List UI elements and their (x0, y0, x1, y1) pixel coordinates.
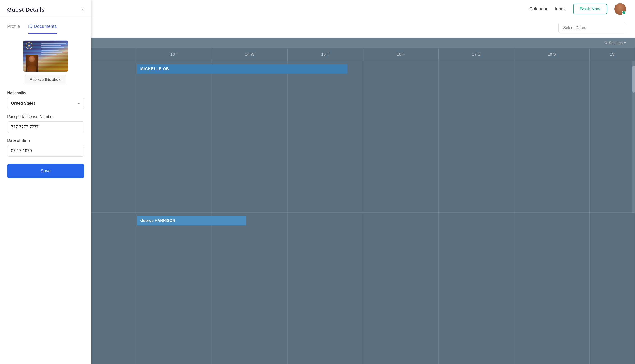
panel-title: Guest Details (7, 6, 45, 13)
save-button[interactable]: Save (7, 164, 84, 178)
booking-george[interactable]: George HARRISON (137, 216, 246, 225)
booking-name-george: George HARRISON (140, 218, 175, 223)
cal-cell-row2-col5 (439, 213, 514, 364)
day-num-19: 19 (610, 52, 614, 56)
topbar: Calendar Inbox Book Now (91, 0, 635, 18)
cal-cell-row1-col1: MICHELLE OB (137, 61, 212, 212)
cal-cell-row2-col3 (288, 213, 363, 364)
day-num-18: 18 S (548, 52, 556, 56)
cal-cell-row1-col0 (91, 61, 137, 212)
id-line-2 (42, 45, 61, 46)
cal-cell-row2-col1: George HARRISON (137, 213, 212, 364)
book-now-button[interactable]: Book Now (573, 4, 607, 14)
dob-input[interactable] (7, 145, 84, 157)
calendar-grid: 13 T 14 W 15 T 16 F 17 S 18 S 19 (91, 48, 635, 364)
chevron-down-icon: ▾ (624, 40, 626, 45)
day-col-13: 13 T (137, 48, 212, 61)
user-avatar[interactable] (614, 3, 626, 15)
id-line-1 (42, 43, 66, 44)
scrollbar-thumb[interactable] (632, 66, 635, 92)
close-button[interactable]: × (81, 7, 84, 12)
tab-id-documents[interactable]: ID Documents (28, 20, 57, 34)
tabs-container: Profile ID Documents (0, 20, 91, 34)
passport-input[interactable] (7, 121, 84, 133)
cal-cell-row1-col2 (212, 61, 288, 212)
select-dates-input[interactable] (558, 22, 626, 33)
photo-section: ★ Replace this photo (7, 40, 84, 84)
dob-field-group: Date of Birth (7, 138, 84, 157)
day-num-13: 13 T (170, 52, 178, 56)
passport-label: Passport/License Number (7, 114, 84, 119)
panel-header: Guest Details × (0, 0, 91, 18)
settings-label: Settings (609, 41, 622, 45)
gear-icon: ⚙ (604, 40, 607, 45)
day-num-14: 14 W (245, 52, 255, 56)
cal-cell-row1-col3 (288, 61, 363, 212)
main-content: Calendar Inbox Book Now ⚙ Settings ▾ 13 … (91, 0, 635, 364)
day-col-15: 15 T (288, 48, 363, 61)
id-line-3 (42, 47, 64, 48)
scrollbar-track[interactable] (632, 61, 635, 212)
booking-name-michelle: MICHELLE OB (140, 67, 169, 71)
day-col-16: 16 F (363, 48, 439, 61)
panel-body: ★ Replace this photo Nationality United … (0, 34, 91, 364)
replace-photo-button[interactable]: Replace this photo (25, 75, 66, 84)
guest-details-panel: Guest Details × Profile ID Documents ★ (0, 0, 91, 364)
nationality-label: Nationality (7, 91, 84, 96)
booking-michelle[interactable]: MICHELLE OB (137, 64, 348, 74)
id-photo-display: ★ (23, 40, 68, 72)
cal-cell-row1-col7 (590, 61, 635, 212)
calendar-link[interactable]: Calendar (529, 6, 548, 12)
day-col-14: 14 W (212, 48, 288, 61)
day-col-19: 19 (590, 48, 635, 61)
dob-label: Date of Birth (7, 138, 84, 143)
cal-cell-row2-col2 (212, 213, 288, 364)
nationality-field-group: Nationality United States Canada United … (7, 91, 84, 109)
calendar-days-header: 13 T 14 W 15 T 16 F 17 S 18 S 19 (91, 48, 635, 61)
cal-cell-row1-col5 (439, 61, 514, 212)
day-num-15: 15 T (321, 52, 329, 56)
cal-cell-row2-col6 (514, 213, 589, 364)
day-col-12 (91, 48, 137, 61)
cal-cell-row1-col4 (363, 61, 439, 212)
nationality-select[interactable]: United States Canada United Kingdom (7, 98, 84, 109)
cal-cell-row2-col4 (363, 213, 439, 364)
day-num-17: 17 S (472, 52, 480, 56)
settings-link[interactable]: ⚙ Settings ▾ (604, 40, 626, 45)
calendar-header (91, 18, 635, 38)
id-line-4 (42, 50, 59, 51)
id-text-lines (42, 43, 66, 56)
id-portrait (26, 55, 38, 72)
id-line-5 (42, 52, 63, 53)
tab-profile[interactable]: Profile (7, 20, 20, 34)
settings-bar: ⚙ Settings ▾ (91, 38, 635, 48)
id-line-6 (42, 54, 56, 55)
inbox-link[interactable]: Inbox (555, 6, 566, 12)
cal-cell-row2-col0 (91, 213, 137, 364)
passport-field-group: Passport/License Number (7, 114, 84, 133)
cal-cell-row2-col7 (590, 213, 635, 364)
id-seal: ★ (26, 42, 33, 49)
day-col-18: 18 S (514, 48, 589, 61)
cal-cell-row1-col6 (514, 61, 589, 212)
day-num-16: 16 F (397, 52, 405, 56)
day-col-17: 17 S (439, 48, 514, 61)
